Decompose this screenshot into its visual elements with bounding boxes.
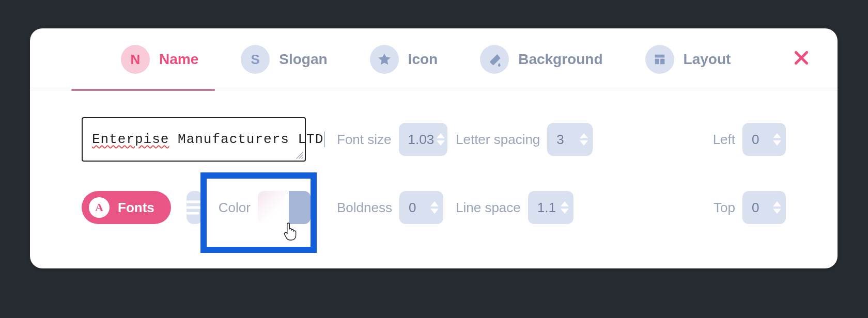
- font-size-stepper[interactable]: 1.03: [399, 123, 447, 156]
- boldness-stepper[interactable]: 0: [399, 191, 443, 224]
- stepper-handle-icon: [768, 123, 786, 156]
- star-icon: [370, 45, 399, 74]
- text-align-icon: [187, 200, 203, 215]
- fonts-icon: A: [89, 197, 110, 218]
- line-space-stepper[interactable]: 1.1: [528, 191, 574, 224]
- row-1: Enterpise Manufacturers LTD Font size 1.…: [82, 119, 786, 160]
- tab-layout-label: Layout: [684, 51, 731, 68]
- line-space-label: Line space: [456, 200, 521, 216]
- stepper-handle-icon: [289, 191, 311, 224]
- stepper-handle-icon: [556, 191, 574, 224]
- tab-slogan[interactable]: S Slogan: [227, 28, 340, 90]
- editor-body: Enterpise Manufacturers LTD Font size 1.…: [30, 90, 838, 228]
- stepper-handle-icon: [434, 123, 447, 156]
- boldness-label: Boldness: [337, 200, 392, 216]
- letter-spacing-stepper[interactable]: 3: [547, 123, 593, 156]
- tab-icon-label: Icon: [408, 51, 438, 68]
- stepper-handle-icon: [768, 191, 786, 224]
- text-align-button[interactable]: [187, 191, 203, 224]
- name-input[interactable]: Enterpise Manufacturers LTD: [82, 117, 306, 162]
- fonts-label: Fonts: [118, 200, 154, 216]
- name-input-misspelled: Enterpise: [92, 132, 169, 147]
- fonts-button[interactable]: A Fonts: [82, 191, 171, 224]
- tab-icon[interactable]: Icon: [357, 28, 452, 90]
- row-2: A Fonts Color: [82, 187, 786, 228]
- name-input-rest: Manufacturers LTD: [169, 132, 323, 147]
- tab-name-letter: N: [131, 52, 141, 68]
- fonts-icon-letter: A: [95, 201, 103, 214]
- tab-bar: N Name S Slogan Icon Background: [30, 28, 838, 90]
- tab-slogan-letter: S: [251, 52, 260, 68]
- stepper-handle-icon: [426, 191, 443, 224]
- tab-background[interactable]: Background: [467, 28, 616, 90]
- stepper-handle-icon: [575, 123, 593, 156]
- tab-name[interactable]: N Name: [107, 28, 212, 90]
- top-stepper[interactable]: 0: [742, 191, 786, 224]
- left-stepper[interactable]: 0: [742, 123, 786, 156]
- line-space-value: 1.1: [537, 200, 556, 216]
- color-swatch-icon: [258, 191, 289, 224]
- paint-bucket-icon: [480, 45, 509, 74]
- layout-icon: [645, 45, 674, 74]
- tab-slogan-label: Slogan: [279, 51, 327, 68]
- left-label: Left: [713, 132, 735, 148]
- color-label: Color: [219, 200, 251, 216]
- color-picker[interactable]: [258, 191, 311, 224]
- name-input-value: Enterpise Manufacturers LTD: [92, 132, 324, 147]
- tab-name-icon: N: [121, 45, 150, 74]
- editor-panel: N Name S Slogan Icon Background: [30, 28, 838, 268]
- close-icon: [792, 49, 811, 67]
- close-button[interactable]: [782, 42, 817, 76]
- resize-grip-icon[interactable]: [296, 151, 304, 160]
- tab-layout[interactable]: Layout: [632, 28, 745, 90]
- tabs-divider: [30, 90, 838, 90]
- tab-name-label: Name: [159, 51, 198, 68]
- letter-spacing-value: 3: [556, 132, 575, 148]
- boldness-value: 0: [409, 200, 426, 216]
- text-caret: [324, 132, 324, 147]
- top-value: 0: [752, 200, 768, 216]
- top-label: Top: [714, 200, 735, 216]
- letter-spacing-label: Letter spacing: [456, 132, 540, 148]
- tab-background-label: Background: [518, 51, 602, 68]
- font-size-value: 1.03: [408, 132, 435, 148]
- font-size-label: Font size: [337, 132, 392, 148]
- left-value: 0: [752, 132, 768, 148]
- tab-slogan-icon: S: [241, 45, 270, 74]
